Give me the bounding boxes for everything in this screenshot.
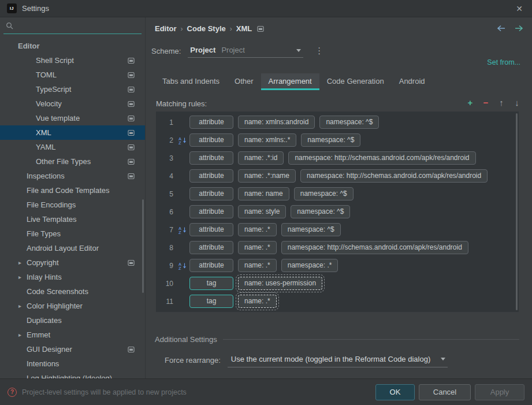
sidebar-item-intentions[interactable]: ▸ Intentions <box>0 356 145 371</box>
cancel-button[interactable]: Cancel <box>419 384 471 400</box>
rule-name-chip[interactable]: name: name <box>238 187 289 200</box>
sidebar-item-toml[interactable]: ▸ TOML <box>0 68 145 82</box>
rule-namespace-chip[interactable]: namespace: ^$ <box>319 116 379 129</box>
rule-row: 8 A Z attribute name: .* namespace: http… <box>156 239 519 257</box>
back-arrow-icon[interactable] <box>496 24 506 32</box>
chevron-right-icon[interactable]: ▸ <box>18 259 27 266</box>
rule-type-chip[interactable]: attribute <box>189 151 233 165</box>
rule-name-chip[interactable]: name: .* <box>238 259 277 272</box>
move-up-icon[interactable]: ↑ <box>497 97 506 107</box>
sidebar-item-label: Vue template <box>36 114 80 122</box>
tab-other[interactable]: Other <box>227 73 261 90</box>
add-rule-icon[interactable]: + <box>466 97 475 107</box>
sidebar-scrollbar[interactable] <box>142 199 144 293</box>
sidebar-item-editor[interactable]: ▸ Editor <box>0 39 145 53</box>
sidebar-item-file-encodings[interactable]: ▸ File Encodings <box>0 198 145 212</box>
sidebar-item-shell-script[interactable]: ▸ Shell Script <box>0 53 145 68</box>
sidebar-item-file-and-code-templates[interactable]: ▸ File and Code Templates <box>0 183 145 198</box>
rule-name-chip[interactable]: name: xmlns:.* <box>238 133 296 147</box>
force-rearrange-value: Use the current mode (toggled in the Ref… <box>231 355 430 363</box>
forward-arrow-icon[interactable] <box>514 24 524 32</box>
chevron-right-icon[interactable]: ▸ <box>18 332 27 338</box>
matching-rules-label: Matching rules: <box>156 99 207 108</box>
tab-code-generation[interactable]: Code Generation <box>319 73 392 90</box>
sidebar-item-live-templates[interactable]: ▸ Live Templates <box>0 212 145 226</box>
rule-type-chip[interactable]: attribute <box>189 205 233 218</box>
sort-alphabetically-icon: A Z <box>177 136 188 144</box>
ok-button[interactable]: OK <box>375 384 415 400</box>
rule-namespace-chip[interactable]: namespace: ^$ <box>301 133 360 147</box>
scheme-select[interactable]: Project Project <box>188 44 303 58</box>
search-field[interactable] <box>3 17 142 34</box>
rule-type-chip[interactable]: attribute <box>189 116 233 129</box>
sidebar-item-code-screenshots[interactable]: ▸ Code Screenshots <box>0 284 145 299</box>
search-input[interactable] <box>17 21 139 30</box>
rule-name-chip[interactable]: name: .*:id <box>238 151 284 165</box>
rule-namespace-chip[interactable]: namespace: ^$ <box>281 223 341 236</box>
sidebar-item-log-highlighting-ideolog[interactable]: ▸ Log Highlighting (Ideolog) <box>0 371 145 378</box>
rule-type-chip[interactable]: attribute <box>189 223 233 236</box>
tab-android[interactable]: Android <box>392 73 433 90</box>
scheme-actions-icon[interactable]: ⋮ <box>312 46 326 56</box>
rule-name-chip[interactable]: name: style <box>238 205 286 218</box>
sidebar-item-duplicates[interactable]: ▸ Duplicates <box>0 313 145 328</box>
sidebar-item-label: Copyright <box>27 258 59 267</box>
rule-type-chip[interactable]: attribute <box>189 169 233 183</box>
rule-namespace-chip[interactable]: namespace: http://schemas.android.com/ap… <box>281 241 468 254</box>
remove-rule-icon[interactable]: − <box>481 97 490 107</box>
rule-namespace-chip[interactable]: namespace: http://schemas.android.com/ap… <box>288 151 475 165</box>
sidebar-item-gui-designer[interactable]: ▸ GUI Designer <box>0 342 145 356</box>
rule-name-chip[interactable]: name: xmlns:android <box>238 116 315 129</box>
sidebar-item-velocity[interactable]: ▸ Velocity <box>0 96 145 111</box>
rule-type-chip[interactable]: tag <box>189 277 233 290</box>
rule-row: 6 A Z attribute name: style namespace: ^… <box>156 203 519 221</box>
sidebar-item-file-types[interactable]: ▸ File Types <box>0 226 145 241</box>
rules-toolbar: + − ↑ ↓ <box>466 97 522 107</box>
rule-type-chip[interactable]: attribute <box>189 259 233 272</box>
chevron-right-icon[interactable]: ▸ <box>18 303 27 309</box>
breadcrumb-separator: › <box>181 25 183 33</box>
rule-namespace-chip[interactable]: namespace: ^$ <box>294 187 354 200</box>
sidebar-item-emmet[interactable]: ▸ Emmet <box>0 328 145 342</box>
tab-arrangement[interactable]: Arrangement <box>261 73 319 90</box>
rule-type-chip[interactable]: attribute <box>189 241 233 254</box>
force-rearrange-label: Force rearrange: <box>165 356 221 365</box>
rule-name-chip[interactable]: name: .* <box>238 295 277 308</box>
rule-namespace-chip[interactable]: namespace: http://schemas.android.com/ap… <box>300 169 488 183</box>
breadcrumb-code-style[interactable]: Code Style <box>187 24 226 33</box>
set-from-link[interactable]: Set from... <box>487 58 520 66</box>
title-bar: IJ Settings ✕ <box>0 0 532 17</box>
tab-tabs-and-indents[interactable]: Tabs and Indents <box>155 73 227 90</box>
sidebar-item-color-highlighter[interactable]: ▸ Color Highlighter <box>0 299 145 313</box>
rule-name-chip[interactable]: name: .* <box>238 223 277 236</box>
sidebar-item-yaml[interactable]: ▸ YAML <box>0 140 145 154</box>
plugin-page-icon <box>128 158 135 165</box>
sidebar-item-inspections[interactable]: ▸ Inspections <box>0 169 145 183</box>
sidebar-item-typescript[interactable]: ▸ TypeScript <box>0 82 145 96</box>
rule-type-chip[interactable]: tag <box>189 295 233 308</box>
rule-type-chip[interactable]: attribute <box>189 187 233 200</box>
breadcrumb-editor[interactable]: Editor <box>155 24 177 33</box>
sidebar-item-other-file-types[interactable]: ▸ Other File Types <box>0 154 145 169</box>
apply-button[interactable]: Apply <box>475 384 524 400</box>
sidebar-item-inlay-hints[interactable]: ▸ Inlay Hints <box>0 270 145 284</box>
rule-name-chip[interactable]: name: .* <box>238 241 277 254</box>
sidebar-item-label: Color Highlighter <box>27 302 83 310</box>
sidebar-item-vue-template[interactable]: ▸ Vue template <box>0 111 145 125</box>
rule-name-chip[interactable]: name: uses-permission <box>238 277 322 290</box>
rule-namespace-chip[interactable]: namespace: .* <box>281 259 338 272</box>
rule-namespace-chip[interactable]: namespace: ^$ <box>291 205 350 218</box>
sidebar-item-xml[interactable]: ▸ XML <box>0 125 145 140</box>
plugin-page-icon <box>128 129 135 136</box>
sort-alphabetically-icon: A Z <box>177 262 188 270</box>
breadcrumb-xml[interactable]: XML <box>236 24 252 33</box>
sidebar-item-copyright[interactable]: ▸ Copyright <box>0 255 145 270</box>
rule-name-chip[interactable]: name: .*:name <box>238 169 296 183</box>
rule-type-chip[interactable]: attribute <box>189 133 233 147</box>
chevron-right-icon[interactable]: ▸ <box>18 274 27 280</box>
close-icon[interactable]: ✕ <box>514 3 525 14</box>
rules-scrollbar[interactable] <box>516 113 518 310</box>
force-rearrange-select[interactable]: Use the current mode (toggled in the Ref… <box>228 353 448 367</box>
sidebar-item-android-layout-editor[interactable]: ▸ Android Layout Editor <box>0 241 145 255</box>
move-down-icon[interactable]: ↓ <box>512 97 522 107</box>
